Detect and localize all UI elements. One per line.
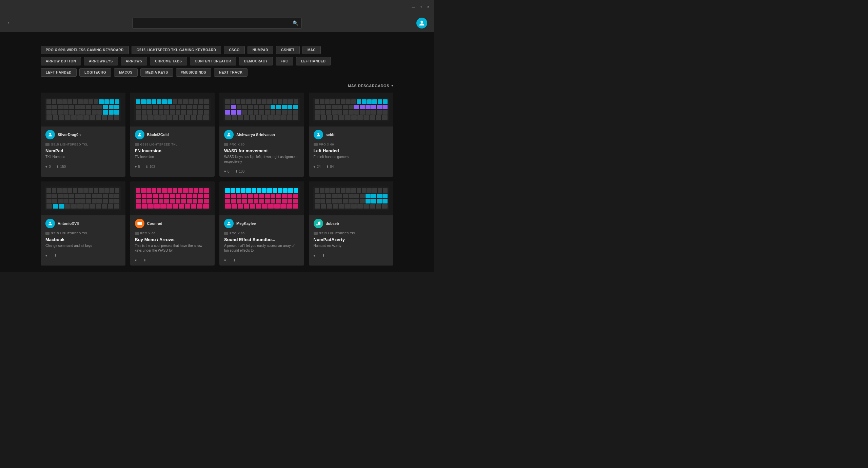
card-keyboard-preview [41, 93, 125, 126]
card-title: WASD for movement [224, 148, 299, 153]
card-keyboard-preview [219, 93, 304, 126]
svg-point-10 [316, 224, 318, 226]
downloads-count: 100 [239, 170, 245, 173]
card-title: Sound Effect Soundbo... [224, 237, 299, 242]
card-item[interactable]: sebbiPRO X 60Left HandedFor left handed … [309, 93, 394, 177]
close-button[interactable]: × [425, 4, 431, 10]
card-description: Change command and alt keys [45, 243, 121, 248]
search-icon: 🔍 [293, 20, 298, 26]
svg-point-0 [420, 20, 423, 23]
tag-button[interactable]: ARROWS [121, 57, 147, 65]
card-item[interactable]: SilverDrag0nG515 LIGHTSPEED TKLNumPadTKL… [41, 93, 125, 177]
tag-button[interactable]: ARROWKEYS [84, 57, 118, 65]
tag-button[interactable]: CHROME TABS [150, 57, 187, 65]
author-name: Aishwarya Srinivasan [236, 133, 275, 137]
keyboard-icon [314, 232, 318, 235]
svg-point-9 [228, 222, 230, 223]
tag-button[interactable]: MAC [302, 46, 321, 54]
card-keyboard-preview [309, 181, 394, 215]
maximize-button[interactable]: □ [418, 4, 424, 10]
likes-count: 5 [138, 165, 140, 169]
card-item[interactable]: MegKayleePRO X 60Sound Effect Soundbo...… [219, 181, 304, 266]
minimize-button[interactable]: — [410, 4, 416, 10]
tag-button[interactable]: MACOS [114, 68, 138, 77]
card-stats: ♥⬇ [41, 251, 125, 261]
tag-button[interactable]: LEFT HANDED [41, 68, 77, 77]
avatar [314, 219, 323, 228]
card-stats: ♥5⬇103 [130, 162, 215, 172]
tag-button[interactable]: CONTENT CREATOR [190, 57, 236, 65]
profile-button[interactable] [416, 18, 427, 28]
downloads-count: 84 [330, 165, 334, 169]
tag-button[interactable]: GSHIFT [276, 46, 300, 54]
device-label: PRO X 60 [230, 232, 245, 235]
downloads-count: 150 [60, 165, 66, 169]
card-stats: ♥24⬇84 [309, 162, 394, 172]
tag-button[interactable]: DEMOCRACY [239, 57, 273, 65]
card-stats: ♥⬇ [130, 256, 215, 266]
likes-count: 24 [317, 165, 320, 169]
back-button[interactable]: ← [7, 19, 13, 26]
tag-button[interactable]: FKC [276, 57, 293, 65]
tag-button[interactable]: LEFTHANDED [296, 57, 331, 65]
tag-button[interactable]: #MUSICBINDS [176, 68, 211, 77]
title-bar: — □ × [0, 0, 434, 14]
author-name: Bladei2Gold [147, 133, 169, 137]
svg-point-3 [228, 133, 230, 135]
keyboard-icon [135, 232, 139, 235]
card-title: FN Inversion [135, 148, 210, 153]
header: ← 🔍 [0, 14, 434, 32]
svg-point-8 [140, 223, 141, 224]
card-description: Numpad en Azerty [314, 243, 389, 248]
search-container: 🔍 [132, 18, 302, 28]
author-name: Coonrad [147, 221, 162, 226]
tag-button[interactable]: ARROW BUTTON [41, 57, 81, 65]
keyboard-icon [45, 143, 50, 146]
card-item[interactable]: dubsebG515 LIGHTSPEED TKLNumPadAzertyNum… [309, 181, 394, 266]
tag-button[interactable]: NEXT TRACK [214, 68, 248, 77]
svg-point-5 [49, 222, 51, 223]
tag-button[interactable]: MEDIA KEYS [140, 68, 173, 77]
card-stats: ♥0⬇150 [41, 162, 125, 172]
card-description: WASD Keys has Up, left, down, right assi… [224, 155, 299, 164]
device-label: PRO X 60 [140, 232, 156, 235]
tag-button[interactable]: LOGITECHG [79, 68, 111, 77]
heart-icon: ♥ [314, 165, 316, 169]
download-icon: ⬇ [54, 254, 57, 257]
download-icon: ⬇ [322, 254, 325, 257]
svg-point-7 [138, 223, 139, 224]
heart-icon: ♥ [224, 258, 226, 262]
tag-button[interactable]: NUMPAD [248, 46, 273, 54]
download-icon: ⬇ [233, 258, 236, 262]
tags-row-2: ARROW BUTTONARROWKEYSARROWSCHROME TABSCO… [41, 57, 393, 65]
tags-row-1: PRO X 60% WIRELESS GAMING KEYBOARDG515 L… [41, 46, 393, 54]
heart-icon: ♥ [135, 258, 137, 262]
sort-label: MÁS DESCARGADOS [348, 84, 389, 88]
tag-button[interactable]: PRO X 60% WIRELESS GAMING KEYBOARD [41, 46, 129, 54]
tags-section: PRO X 60% WIRELESS GAMING KEYBOARDG515 L… [41, 46, 393, 77]
card-item[interactable]: Aishwarya SrinivasanPRO X 60WASD for mov… [219, 93, 304, 177]
card-description: TKL Numpad [45, 155, 121, 159]
avatar [314, 130, 323, 139]
card-item[interactable]: Bladei2GoldG515 LIGHTSPEED TKLFN Inversi… [130, 93, 215, 177]
heart-icon: ♥ [135, 165, 137, 169]
heart-icon: ♥ [45, 165, 47, 169]
svg-point-11 [319, 224, 320, 225]
card-title: Left Handed [314, 148, 389, 153]
heart-icon: ♥ [224, 170, 226, 173]
tag-button[interactable]: CSGO [224, 46, 244, 54]
cards-grid: SilverDrag0nG515 LIGHTSPEED TKLNumPadTKL… [41, 93, 393, 266]
keyboard-icon [135, 143, 139, 146]
author-name: SilverDrag0n [58, 133, 81, 137]
likes-count: 0 [228, 170, 230, 173]
avatar [135, 219, 144, 228]
download-icon: ⬇ [56, 165, 59, 169]
card-item[interactable]: AntonioXVIIG515 LIGHTSPEED TKLMacbookCha… [41, 181, 125, 266]
tag-button[interactable]: G515 LIGHTSPEED TKL GAMING KEYBOARD [132, 46, 221, 54]
card-item[interactable]: CoonradPRO X 60Buy Menu / ArrowsThis is … [130, 181, 215, 266]
chevron-down-icon[interactable]: ▾ [391, 83, 393, 88]
card-stats: ♥0⬇100 [219, 167, 304, 177]
keyboard-icon [314, 143, 318, 146]
search-input[interactable] [132, 18, 302, 28]
card-keyboard-preview [41, 181, 125, 215]
